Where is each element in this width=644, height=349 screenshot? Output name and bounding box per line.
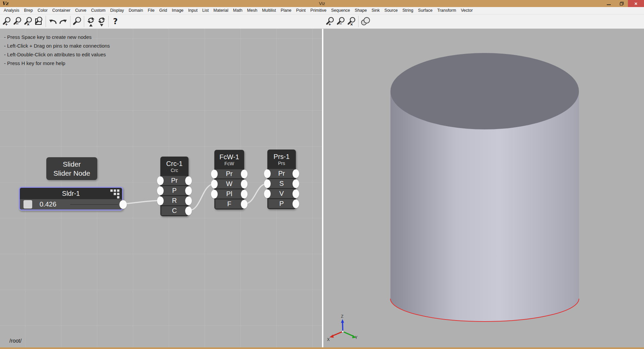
close-button[interactable]: × [628,0,644,7]
crc-row-p[interactable]: P [161,186,187,195]
fcw-row-w[interactable]: W [215,179,243,188]
output-pin[interactable] [241,200,248,209]
slider-row[interactable]: 0.426 [20,199,122,210]
undo-icon[interactable] [47,16,58,27]
output-pin[interactable] [241,170,248,178]
tooltip-title: Slider [63,160,81,169]
3d-viewport[interactable]: Z X Y [323,29,644,347]
menu-item-list[interactable]: List [200,7,211,14]
slider-output-pin[interactable] [119,200,127,209]
menu-item-vector[interactable]: Vector [459,7,475,14]
output-pin[interactable] [185,196,192,205]
node-fcw-1[interactable]: FcW-1 FcW Pr W Pl F [214,150,244,210]
prs-row-p[interactable]: P [268,199,295,208]
input-pin[interactable] [264,169,271,178]
crc-node-header[interactable]: Crc-1 Crc [161,158,187,175]
output-pin[interactable] [185,176,192,185]
zoom-in-icon[interactable]: + [1,16,12,27]
node-sldr-1[interactable]: Sldr-1 0.426 [19,187,123,211]
fcw-node-header[interactable]: FcW-1 FcW [215,151,243,168]
input-pin[interactable] [211,170,218,178]
output-pin[interactable] [292,189,299,198]
menu-item-shape[interactable]: Shape [353,7,369,14]
prs-row-pr[interactable]: Pr [268,169,295,178]
menu-item-sequence[interactable]: Sequence [329,7,352,14]
axis-gizmo: Z X Y [326,312,360,343]
prs-node-title: Prs-1 [274,153,290,161]
input-pin[interactable] [211,190,218,198]
prs-row-s[interactable]: S [268,179,295,188]
crc-row-c[interactable]: C [161,206,187,215]
slider-track[interactable] [70,204,118,205]
zoom-cancel-icon[interactable]: × [23,16,34,27]
menu-item-grid[interactable]: Grid [157,7,170,14]
help-icon[interactable]: ? [110,16,121,27]
output-pin[interactable] [292,179,299,188]
menu-item-plane[interactable]: Plane [278,7,294,14]
menu-bar: Analysis Brep Color Container Curve Cust… [0,7,644,14]
node-editor-canvas[interactable]: - Press Space key to create new nodes - … [0,29,322,347]
viewport-zoom-cancel-icon[interactable]: × [346,16,357,27]
menu-item-image[interactable]: Image [169,7,186,14]
grid-handle-icon[interactable] [110,189,120,199]
menu-item-multilist[interactable]: Multilist [260,7,278,14]
zoom-fit-icon[interactable] [72,16,83,27]
menu-item-domain[interactable]: Domain [126,7,145,14]
fcw-row-pl[interactable]: Pl [215,189,243,198]
slider-handle[interactable] [23,200,32,209]
zoom-out-icon[interactable]: − [12,16,23,27]
slider-node-header[interactable]: Sldr-1 [20,188,122,199]
prs-node-header[interactable]: Prs-1 Prs [268,151,295,168]
input-pin[interactable] [211,180,218,188]
crc-row-r[interactable]: R [161,196,187,205]
menu-item-file[interactable]: File [146,7,157,14]
redo-icon[interactable] [58,16,69,27]
input-pin[interactable] [157,186,164,195]
output-pin[interactable] [185,186,192,195]
prs-row-v[interactable]: V [268,189,295,198]
menu-item-string[interactable]: String [400,7,416,14]
output-pin[interactable] [292,169,299,178]
menu-item-custom[interactable]: Custom [89,7,108,14]
menu-item-surface[interactable]: Surface [416,7,435,14]
viewport-zoom-out-icon[interactable]: − [335,16,346,27]
menu-item-brep[interactable]: Brep [22,7,35,14]
menu-item-display[interactable]: Display [108,7,126,14]
toolbar-separator [84,16,84,27]
fcw-row-pr[interactable]: Pr [215,169,243,178]
sync-up-icon[interactable] [86,16,96,27]
output-pin[interactable] [241,190,248,198]
menu-item-sink[interactable]: Sink [369,7,382,14]
minimize-button[interactable] [602,0,615,7]
crc-row-pr[interactable]: Pr [161,176,187,185]
menu-item-input[interactable]: Input [186,7,200,14]
node-prs-1[interactable]: Prs-1 Prs Pr S V P [267,150,296,209]
menu-item-mesh[interactable]: Mesh [245,7,260,14]
output-pin[interactable] [241,180,248,188]
viewport-zoom-in-icon[interactable]: + [325,16,335,27]
menu-item-source[interactable]: Source [382,7,400,14]
fcw-row-f[interactable]: F [215,199,243,209]
input-pin[interactable] [157,196,164,205]
output-pin[interactable] [185,207,192,215]
render-spheres-icon[interactable] [360,16,371,27]
menu-item-curve[interactable]: Curve [73,7,89,14]
node-crc-1[interactable]: Crc-1 Crc Pr P R C [160,157,189,216]
titlebar[interactable]: Vz Viz × [0,0,644,7]
input-pin[interactable] [264,189,271,198]
menu-item-material[interactable]: Material [211,7,230,14]
zoom-window-icon[interactable] [34,16,44,27]
slider-value[interactable]: 0.426 [40,200,56,208]
input-pin[interactable] [157,176,164,185]
menu-item-color[interactable]: Color [35,7,50,14]
input-pin[interactable] [264,179,271,188]
menu-item-math[interactable]: Math [231,7,245,14]
menu-item-container[interactable]: Container [50,7,73,14]
menu-item-point[interactable]: Point [294,7,308,14]
restore-button[interactable] [615,0,628,7]
output-pin[interactable] [292,199,299,208]
sync-down-icon[interactable] [96,16,107,27]
menu-item-primitive[interactable]: Primitive [308,7,329,14]
menu-item-analysis[interactable]: Analysis [1,7,22,14]
menu-item-transform[interactable]: Transform [435,7,459,14]
